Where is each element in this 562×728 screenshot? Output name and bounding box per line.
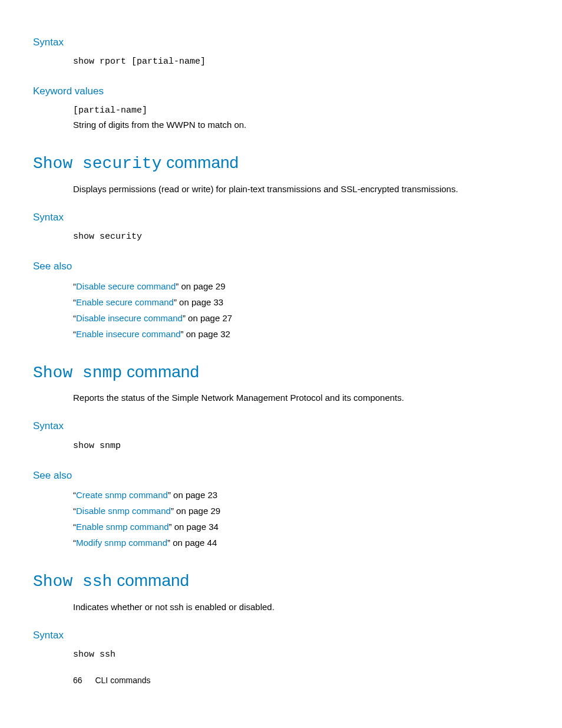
see-also-list: “Disable secure command” on page 29 “Ena…: [73, 279, 529, 341]
show-security-desc: Displays permissions (read or write) for…: [73, 182, 529, 196]
show-security-heading: Show security command: [33, 150, 529, 177]
syntax-heading: Syntax: [33, 418, 529, 434]
ref-tail: ” on page 23: [168, 490, 217, 500]
keyword-desc: String of digits from the WWPN to match …: [73, 118, 529, 132]
snmp-syntax-block: Syntax show snmp: [33, 418, 529, 453]
see-also-item: “Enable secure command” on page 33: [73, 295, 529, 309]
footer-section: CLI commands: [95, 676, 150, 685]
see-also-item: “Disable snmp command” on page 29: [73, 504, 529, 518]
link-disable-snmp[interactable]: Disable snmp command: [76, 506, 171, 516]
security-seealso-block: See also “Disable secure command” on pag…: [33, 258, 529, 341]
syntax-heading: Syntax: [33, 209, 529, 225]
page-footer: 66 CLI commands: [73, 674, 151, 687]
show-ssh-heading: Show ssh command: [33, 568, 529, 595]
ref-tail: ” on page 44: [167, 538, 217, 548]
see-also-heading: See also: [33, 258, 529, 274]
see-also-item: “Modify snmp command” on page 44: [73, 536, 529, 550]
heading-rest: command: [122, 363, 199, 381]
ref-tail: ” on page 27: [183, 313, 232, 323]
keyword-param: [partial-name]: [73, 104, 529, 118]
page-number: 66: [73, 676, 82, 685]
page-content: Syntax show rport [partial-name] Keyword…: [0, 0, 562, 662]
heading-mono: Show snmp: [33, 364, 122, 382]
link-create-snmp[interactable]: Create snmp command: [76, 490, 168, 500]
link-enable-snmp[interactable]: Enable snmp command: [76, 522, 169, 532]
show-ssh-desc: Indicates whether or not ssh is enabled …: [73, 600, 529, 614]
syntax-heading: Syntax: [33, 34, 529, 50]
ssh-syntax-block: Syntax show ssh: [33, 627, 529, 662]
see-also-item: “Disable insecure command” on page 27: [73, 311, 529, 325]
syntax-heading: Syntax: [33, 627, 529, 643]
syntax-code: show security: [73, 230, 529, 244]
show-snmp-heading: Show snmp command: [33, 359, 529, 387]
syntax-code: show snmp: [73, 439, 529, 453]
see-also-item: “Create snmp command” on page 23: [73, 488, 529, 502]
see-also-item: “Enable snmp command” on page 34: [73, 520, 529, 534]
show-snmp-desc: Reports the status of the Simple Network…: [73, 391, 529, 405]
see-also-list: “Create snmp command” on page 23 “Disabl…: [73, 488, 529, 550]
see-also-item: “Disable secure command” on page 29: [73, 279, 529, 294]
see-also-item: “Enable insecure command” on page 32: [73, 327, 529, 341]
ref-tail: ” on page 29: [171, 506, 220, 516]
rport-syntax-block: Syntax show rport [partial-name]: [33, 34, 529, 69]
see-also-heading: See also: [33, 467, 529, 483]
ref-tail: ” on page 32: [181, 329, 230, 339]
ref-tail: ” on page 29: [176, 281, 225, 291]
link-disable-secure[interactable]: Disable secure command: [76, 281, 176, 291]
keyword-values-heading: Keyword values: [33, 83, 529, 99]
heading-rest: command: [112, 571, 189, 589]
rport-keyword-block: Keyword values [partial-name] String of …: [33, 83, 529, 132]
heading-mono: Show ssh: [33, 572, 112, 591]
link-enable-insecure[interactable]: Enable insecure command: [76, 329, 181, 339]
ref-tail: ” on page 33: [174, 297, 223, 307]
syntax-code: show ssh: [73, 648, 529, 662]
snmp-seealso-block: See also “Create snmp command” on page 2…: [33, 467, 529, 550]
ref-tail: ” on page 34: [169, 522, 219, 532]
heading-mono: Show security: [33, 154, 161, 173]
heading-rest: command: [161, 153, 239, 172]
link-modify-snmp[interactable]: Modify snmp command: [76, 538, 167, 548]
syntax-code: show rport [partial-name]: [73, 55, 529, 69]
security-syntax-block: Syntax show security: [33, 209, 529, 244]
link-disable-insecure[interactable]: Disable insecure command: [76, 313, 183, 323]
link-enable-secure[interactable]: Enable secure command: [76, 297, 174, 307]
